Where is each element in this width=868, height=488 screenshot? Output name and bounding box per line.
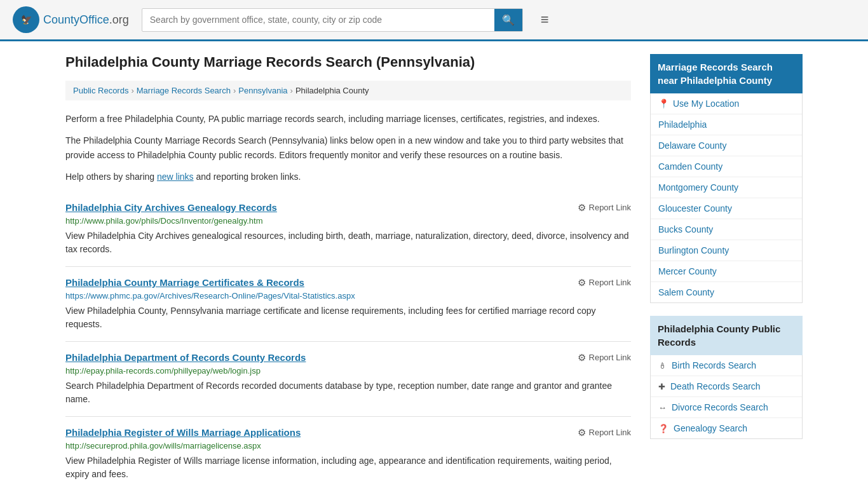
sidebar: Marriage Records Search near Philadelphi… xyxy=(650,54,803,488)
death-records-link[interactable]: Death Records Search xyxy=(670,381,761,391)
sidebar-item-use-location[interactable]: 📍 Use My Location xyxy=(651,93,802,114)
record-url-3[interactable]: http://epay.phila-records.com/phillyepay… xyxy=(65,366,631,376)
page-title: Philadelphia County Marriage Records Sea… xyxy=(65,54,631,71)
hamburger-icon: ≡ xyxy=(541,11,549,27)
sidebar-public-records-list: 🕯 Birth Records Search ✚ Death Records S… xyxy=(650,355,803,439)
report-icon-2: ⚙ xyxy=(578,277,586,288)
sidebar-item-gloucester-county[interactable]: Gloucester County xyxy=(651,198,802,219)
logo-text: CountyOffice.org xyxy=(43,13,129,27)
record-item: Philadelphia City Archives Genealogy Rec… xyxy=(65,192,631,267)
sidebar-item-burlington-county[interactable]: Burlington County xyxy=(651,240,802,261)
sidebar-nearby-list: 📍 Use My Location Philadelphia Delaware … xyxy=(650,93,803,303)
sidebar-item-birth-records[interactable]: 🕯 Birth Records Search xyxy=(651,355,802,376)
record-title-3[interactable]: Philadelphia Department of Records Count… xyxy=(65,352,306,363)
sidebar-item-genealogy[interactable]: ❓ Genealogy Search xyxy=(651,418,802,438)
record-item: Philadelphia County Marriage Certificate… xyxy=(65,267,631,342)
desc-para-2: The Philadelphia County Marriage Records… xyxy=(65,133,631,162)
menu-button[interactable]: ≡ xyxy=(536,9,554,30)
report-icon-3: ⚙ xyxy=(578,352,586,363)
desc-para-3: Help others by sharing new links and rep… xyxy=(65,170,631,184)
breadcrumb-pennsylvania[interactable]: Pennsylvania xyxy=(238,86,287,95)
record-desc-1: View Philadelphia City Archives genealog… xyxy=(65,229,631,256)
record-desc-2: View Philadelphia County, Pennsylvania m… xyxy=(65,304,631,331)
breadcrumb-sep-2: › xyxy=(233,86,236,95)
nearby-montgomery-link[interactable]: Montgomery County xyxy=(658,182,738,193)
description: Perform a free Philadelphia County, PA p… xyxy=(65,112,631,184)
record-title-1[interactable]: Philadelphia City Archives Genealogy Rec… xyxy=(65,202,277,213)
new-links-link[interactable]: new links xyxy=(157,172,194,182)
record-url-2[interactable]: https://www.phmc.pa.gov/Archives/Researc… xyxy=(65,291,631,301)
breadcrumb-marriage-records[interactable]: Marriage Records Search xyxy=(137,86,231,95)
sidebar-item-delaware-county[interactable]: Delaware County xyxy=(651,135,802,156)
sidebar-item-montgomery-county[interactable]: Montgomery County xyxy=(651,177,802,198)
divorce-icon: ↔ xyxy=(658,403,667,412)
content-area: Philadelphia County Marriage Records Sea… xyxy=(65,54,631,488)
genealogy-icon: ❓ xyxy=(658,424,668,433)
sidebar-item-death-records[interactable]: ✚ Death Records Search xyxy=(651,376,802,397)
record-item: Philadelphia Department of Records Count… xyxy=(65,342,631,417)
nearby-burlington-link[interactable]: Burlington County xyxy=(658,245,729,255)
sidebar-nearby-section: Marriage Records Search near Philadelphi… xyxy=(650,54,803,303)
record-url-4[interactable]: http://secureprod.phila.gov/wills/marria… xyxy=(65,441,631,451)
svg-text:🦅: 🦅 xyxy=(21,15,32,25)
record-desc-3: Search Philadelphia Department of Record… xyxy=(65,379,631,406)
birth-icon: 🕯 xyxy=(658,361,667,370)
sidebar-item-salem-county[interactable]: Salem County xyxy=(651,282,802,302)
sidebar-item-bucks-county[interactable]: Bucks County xyxy=(651,219,802,240)
nearby-camden-link[interactable]: Camden County xyxy=(658,161,722,172)
nearby-salem-link[interactable]: Salem County xyxy=(658,287,714,297)
record-item: Philadelphia Register of Wills Marriage … xyxy=(65,417,631,488)
sidebar-public-records-title: Philadelphia County Public Records xyxy=(650,316,803,355)
record-title-4[interactable]: Philadelphia Register of Wills Marriage … xyxy=(65,427,301,438)
divorce-records-link[interactable]: Divorce Records Search xyxy=(672,402,768,412)
report-link-4[interactable]: ⚙ Report Link xyxy=(578,427,631,438)
logo[interactable]: 🦅 CountyOffice.org xyxy=(13,6,129,33)
report-icon-1: ⚙ xyxy=(578,202,586,214)
sidebar-item-mercer-county[interactable]: Mercer County xyxy=(651,261,802,282)
location-icon: 📍 xyxy=(658,98,669,109)
logo-icon: 🦅 xyxy=(13,6,39,33)
nearby-bucks-link[interactable]: Bucks County xyxy=(658,224,713,234)
records-list: Philadelphia City Archives Genealogy Rec… xyxy=(65,192,631,488)
breadcrumb-public-records[interactable]: Public Records xyxy=(73,86,128,95)
desc-para-1: Perform a free Philadelphia County, PA p… xyxy=(65,112,631,126)
record-title-2[interactable]: Philadelphia County Marriage Certificate… xyxy=(65,277,304,288)
breadcrumb: Public Records › Marriage Records Search… xyxy=(65,81,631,100)
search-icon: 🔍 xyxy=(502,15,515,25)
sidebar-item-camden-county[interactable]: Camden County xyxy=(651,156,802,177)
record-url-1[interactable]: http://www.phila.gov/phils/Docs/Inventor… xyxy=(65,216,631,226)
breadcrumb-current: Philadelphia County xyxy=(295,86,369,95)
search-input[interactable] xyxy=(142,10,494,30)
nearby-delaware-link[interactable]: Delaware County xyxy=(658,140,726,151)
death-icon: ✚ xyxy=(658,382,665,391)
sidebar-item-philadelphia[interactable]: Philadelphia xyxy=(651,114,802,135)
nearby-philadelphia-link[interactable]: Philadelphia xyxy=(658,119,707,130)
breadcrumb-sep-1: › xyxy=(131,86,133,95)
nearby-gloucester-link[interactable]: Gloucester County xyxy=(658,203,732,214)
sidebar-item-divorce-records[interactable]: ↔ Divorce Records Search xyxy=(651,397,802,418)
sidebar-nearby-title: Marriage Records Search near Philadelphi… xyxy=(650,54,803,93)
breadcrumb-sep-3: › xyxy=(290,86,293,95)
genealogy-link[interactable]: Genealogy Search xyxy=(674,423,747,433)
report-link-2[interactable]: ⚙ Report Link xyxy=(578,277,631,288)
search-bar: 🔍 xyxy=(142,8,523,32)
sidebar-public-records-section: Philadelphia County Public Records 🕯 Bir… xyxy=(650,316,803,439)
search-button[interactable]: 🔍 xyxy=(494,9,522,31)
use-location-link[interactable]: Use My Location xyxy=(673,98,739,109)
nearby-mercer-link[interactable]: Mercer County xyxy=(658,266,717,276)
record-desc-4: View Philadelphia Register of Wills marr… xyxy=(65,454,631,481)
report-link-3[interactable]: ⚙ Report Link xyxy=(578,352,631,363)
report-icon-4: ⚙ xyxy=(578,427,586,438)
birth-records-link[interactable]: Birth Records Search xyxy=(672,360,756,370)
report-link-1[interactable]: ⚙ Report Link xyxy=(578,202,631,214)
